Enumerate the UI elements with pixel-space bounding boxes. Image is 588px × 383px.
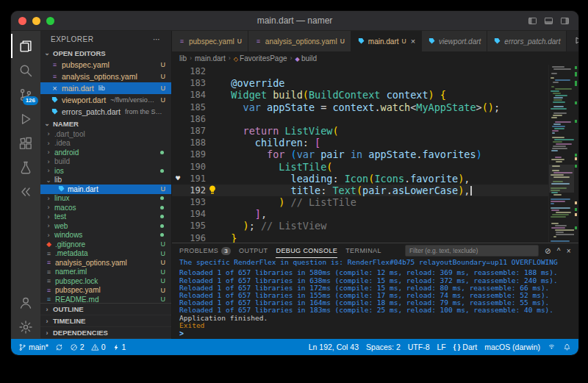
status-right-bell[interactable] xyxy=(563,343,571,351)
console-filter-input[interactable] xyxy=(405,245,539,257)
close-tab-icon[interactable]: × xyxy=(411,37,415,46)
status-right-utf-8[interactable]: UTF-8 xyxy=(408,343,430,351)
close-window-button[interactable] xyxy=(18,17,26,25)
close-panel-icon[interactable]: × xyxy=(567,247,571,255)
status-left-main[interactable]: main* xyxy=(18,343,49,351)
tree-item--gitignore[interactable]: ◆.gitignoreU xyxy=(40,240,171,249)
tree-item-web[interactable]: ›web xyxy=(40,221,171,231)
git-status-badge: U xyxy=(161,296,168,303)
status-left-sync[interactable] xyxy=(55,343,63,351)
layout-right-toggle-icon[interactable] xyxy=(560,16,570,26)
project-header[interactable]: ⌄ NAMER xyxy=(40,118,171,129)
layout-bottom-toggle-icon[interactable] xyxy=(544,16,553,26)
explorer-more-actions-icon[interactable]: ⋯ xyxy=(153,35,161,43)
open-editors-header[interactable]: ⌄ OPEN EDITORS xyxy=(40,47,171,59)
activity-run-debug-icon[interactable] xyxy=(11,107,40,131)
breadcrum-item[interactable]: ◆ build xyxy=(295,54,318,62)
status-left: main*201 xyxy=(18,343,132,351)
status-right-ln-192-col-43[interactable]: Ln 192, Col 43 xyxy=(309,343,359,351)
chevron-right-icon: › xyxy=(45,195,52,202)
tree-item-label: analysis_options.yaml xyxy=(55,259,127,267)
panel-tab-label: DEBUG CONSOLE xyxy=(276,247,337,254)
panel-tab-problems[interactable]: PROBLEMS3 xyxy=(179,243,231,258)
zoom-window-button[interactable] xyxy=(46,17,54,25)
status-label: macOS (darwin) xyxy=(484,343,540,351)
minimap[interactable] xyxy=(548,65,574,243)
heart-gutter-icon: ♥ xyxy=(172,173,184,185)
status-left-1[interactable]: 1 xyxy=(112,343,126,351)
open-editor-item[interactable]: ×main.dartlibU xyxy=(40,82,171,94)
activity-extensions-icon[interactable] xyxy=(11,131,40,155)
explorer-sidebar: EXPLORER ⋯ ⌄ OPEN EDITORS ≡pubspec.yamlU… xyxy=(40,31,172,339)
panel-tab-terminal[interactable]: TERMINAL xyxy=(345,243,381,258)
minimize-window-button[interactable] xyxy=(32,17,40,25)
open-editor-detail: from the SDK xyxy=(125,108,164,115)
status-left-2[interactable]: 2 xyxy=(70,343,85,351)
activity-explorer-icon[interactable] xyxy=(11,34,40,58)
tree-item-main-dart[interactable]: main.dartU xyxy=(40,185,171,194)
status-right-spaces-2[interactable]: Spaces: 2 xyxy=(366,343,401,351)
tree-item-analysis-options-yaml[interactable]: ≡analysis_options.yamlU xyxy=(40,258,171,268)
tree-item-lib[interactable]: ⌄lib xyxy=(40,176,171,185)
overview-ruler xyxy=(574,65,578,243)
line-number: 188 xyxy=(184,137,206,148)
activity-account-icon[interactable] xyxy=(11,290,40,315)
tab-pubspec-yaml[interactable]: ≡pubspec.yamlU xyxy=(172,31,248,51)
chevron-right-icon: › xyxy=(45,130,52,137)
activity-source-control-icon[interactable]: 126 xyxy=(11,82,40,107)
layout-left-toggle-icon[interactable] xyxy=(528,16,537,26)
status-right-dart[interactable]: { }Dart xyxy=(453,343,477,351)
tree-item-windows[interactable]: ›windows xyxy=(40,231,171,240)
breadcrum-item[interactable]: main.dart xyxy=(195,54,226,62)
tab-viewport-dart[interactable]: viewport.dart xyxy=(422,31,487,51)
tree-item-label: .idea xyxy=(54,139,71,147)
status-label: 1 xyxy=(122,343,126,351)
open-editor-item[interactable]: ≡pubspec.yamlU xyxy=(40,59,171,71)
tree-item-android[interactable]: ›android xyxy=(40,148,171,157)
breadcrum-item[interactable]: ◇ FavoritesPage xyxy=(234,54,287,62)
activity-search-icon[interactable] xyxy=(11,58,40,82)
tree-item--metadata[interactable]: ≡.metadataU xyxy=(40,249,171,259)
sidebar-title-label: EXPLORER xyxy=(51,35,93,43)
line-number: 194 xyxy=(184,208,206,220)
tree-item-test[interactable]: ›test xyxy=(40,212,171,222)
tree-item-build[interactable]: ›build xyxy=(40,157,171,167)
status-right-broadcast[interactable] xyxy=(548,343,556,351)
tree-item-pubspec-yaml[interactable]: ≡pubspec.yamlU xyxy=(40,286,171,296)
tab-main-dart[interactable]: main.dartU× xyxy=(351,31,422,51)
section-outline[interactable]: ›OUTLINE xyxy=(40,304,171,315)
open-editor-item[interactable]: viewport.dart~/flvm/versions/stable/pack… xyxy=(40,94,171,106)
lightbulb-icon[interactable] xyxy=(206,185,219,196)
activity-settings-icon[interactable] xyxy=(11,315,40,339)
section-timeline[interactable]: ›TIMELINE xyxy=(40,315,171,327)
tab-analysis-options-yaml[interactable]: ≡analysis_options.yamlU xyxy=(248,31,351,51)
activity-double-chevron-icon[interactable] xyxy=(11,179,40,204)
tree-item-ios[interactable]: ›ios xyxy=(40,166,171,176)
open-editor-item[interactable]: errors_patch.dartfrom the SDK xyxy=(40,106,171,118)
minimap-slider[interactable] xyxy=(549,165,574,193)
tree-item-pubspec-lock[interactable]: ≡pubspec.lockU xyxy=(40,276,171,286)
panel-tab-output[interactable]: OUTPUT xyxy=(239,243,268,258)
panel-tab-label: PROBLEMS xyxy=(179,247,218,254)
tab-errors-patch-dart[interactable]: errors_patch.dart xyxy=(487,31,567,51)
tree-item--idea[interactable]: ›.idea xyxy=(40,139,171,148)
open-editor-item[interactable]: ≡analysis_options.yamlU xyxy=(40,71,171,82)
debug-console-input[interactable]: > xyxy=(179,329,578,339)
clear-console-icon[interactable]: ⊘ xyxy=(545,247,551,255)
tree-item--dart-tool[interactable]: ›.dart_tool xyxy=(40,129,171,139)
status-right-macos-darwin[interactable]: macOS (darwin) xyxy=(484,343,540,351)
tree-item-macos[interactable]: ›macos xyxy=(40,203,171,212)
breadcrum-item[interactable]: lib xyxy=(179,54,187,62)
code-editor[interactable]: 182183 @override184 Widget build(BuildCo… xyxy=(172,65,578,243)
maximize-panel-icon[interactable]: ^ xyxy=(557,247,561,255)
status-right-lf[interactable]: LF xyxy=(437,343,446,351)
activity-testing-icon[interactable] xyxy=(11,155,40,179)
run-menu-icon[interactable] xyxy=(574,36,578,46)
tree-item-namer-iml[interactable]: ≡namer.imlU xyxy=(40,268,171,277)
tab-label: viewport.dart xyxy=(439,37,481,46)
panel-tab-debug-console[interactable]: DEBUG CONSOLE xyxy=(276,243,337,258)
section-dependencies[interactable]: ›DEPENDENCIES xyxy=(40,327,171,339)
status-left-0[interactable]: 0 xyxy=(91,343,106,351)
tree-item-readme-md[interactable]: ≡README.mdU xyxy=(40,295,171,303)
tree-item-linux[interactable]: ›linux xyxy=(40,194,171,204)
